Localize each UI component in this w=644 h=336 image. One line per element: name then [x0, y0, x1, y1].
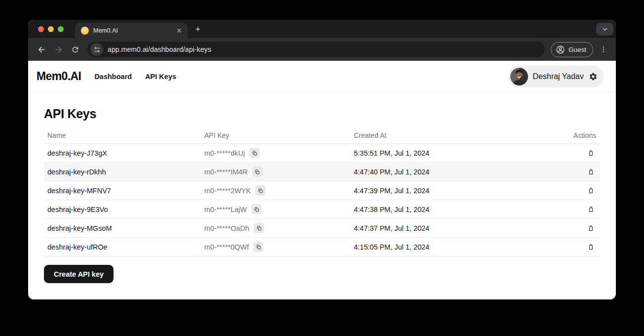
copy-icon[interactable]	[255, 185, 265, 196]
desktop-background: Mem0.AI	[0, 0, 644, 336]
mem0-logo[interactable]: Mem0.AI	[37, 70, 81, 83]
page-title: API Keys	[44, 107, 600, 121]
browser-toolbar: app.mem0.ai/dashboard/api-keys Guest	[28, 38, 616, 61]
key-name: deshraj-key-ufROe	[47, 243, 204, 251]
favicon-icon	[81, 27, 89, 35]
key-name: deshraj-key-MFNV7	[47, 187, 204, 195]
key-name: deshraj-key-MGsoM	[47, 224, 204, 232]
table-row: deshraj-key-9E3Vo m0-*****LajW 4:47:38 P…	[44, 200, 600, 219]
copy-icon[interactable]	[254, 223, 264, 233]
column-header-actions: Actions	[562, 131, 596, 139]
delete-trash-icon[interactable]	[585, 223, 596, 234]
created-at: 5:35:51 PM, Jul 1, 2024	[354, 149, 562, 157]
window-controls	[38, 20, 64, 38]
minimize-window-button[interactable]	[48, 26, 54, 32]
browser-menu-icon[interactable]	[597, 43, 610, 56]
tab-list-chevron-down-icon[interactable]	[596, 23, 613, 36]
key-name: deshraj-key-9E3Vo	[47, 206, 204, 213]
reload-icon[interactable]	[68, 42, 82, 57]
created-at: 4:47:38 PM, Jul 1, 2024	[354, 206, 562, 213]
column-header-created-at: Created At	[354, 131, 562, 139]
delete-trash-icon[interactable]	[585, 242, 596, 252]
key-name: deshraj-key-J73gX	[47, 149, 204, 157]
created-at: 4:47:40 PM, Jul 1, 2024	[354, 168, 562, 176]
created-at: 4:15:05 PM, Jul 1, 2024	[354, 243, 562, 251]
api-keys-section: API Keys Name API Key Created At Actions…	[28, 92, 616, 283]
table-row: deshraj-key-MGsoM m0-*****OaDh 4:47:37 P…	[44, 219, 600, 238]
tab-strip: Mem0.AI	[28, 20, 616, 38]
user-name: Deshraj Yadav	[533, 72, 584, 81]
fullscreen-window-button[interactable]	[58, 26, 64, 32]
masked-api-key: m0-*****IM4R	[204, 168, 248, 176]
back-icon[interactable]	[34, 42, 49, 57]
tab-title: Mem0.AI	[93, 27, 175, 34]
browser-tab[interactable]: Mem0.AI	[75, 23, 188, 38]
table-row: deshraj-key-J73gX m0-*****dkUj 5:35:51 P…	[44, 144, 600, 163]
close-window-button[interactable]	[38, 26, 44, 32]
copy-icon[interactable]	[249, 148, 260, 158]
created-at: 4:47:37 PM, Jul 1, 2024	[354, 224, 562, 232]
key-name: deshraj-key-rDkhh	[47, 168, 204, 176]
url-text: app.mem0.ai/dashboard/api-keys	[108, 45, 211, 53]
nav-item-dashboard[interactable]: Dashboard	[94, 73, 132, 81]
user-menu[interactable]: Deshraj Yadav	[508, 66, 604, 87]
person-icon	[556, 45, 565, 54]
site-settings-icon[interactable]	[90, 43, 103, 56]
avatar	[510, 68, 528, 85]
create-api-key-button[interactable]: Create API key	[44, 265, 114, 283]
nav-item-api-keys[interactable]: API Keys	[145, 73, 176, 81]
table-row: deshraj-key-rDkhh m0-*****IM4R 4:47:40 P…	[44, 163, 600, 181]
api-keys-table: Name API Key Created At Actions deshraj-…	[44, 127, 600, 256]
masked-api-key: m0-*****LajW	[204, 206, 247, 213]
delete-trash-icon[interactable]	[585, 148, 596, 159]
copy-icon[interactable]	[251, 204, 262, 214]
table-row: deshraj-key-MFNV7 m0-*****2WYK 4:47:39 P…	[44, 181, 600, 200]
masked-api-key: m0-*****2WYK	[204, 187, 251, 195]
table-row: deshraj-key-ufROe m0-*****0QWf 4:15:05 P…	[44, 238, 600, 256]
created-at: 4:47:39 PM, Jul 1, 2024	[354, 187, 562, 195]
copy-icon[interactable]	[252, 167, 263, 177]
new-tab-button[interactable]	[191, 23, 204, 36]
delete-trash-icon[interactable]	[585, 204, 596, 215]
browser-window: Mem0.AI	[28, 20, 616, 299]
guest-button[interactable]: Guest	[551, 42, 593, 57]
delete-trash-icon[interactable]	[585, 167, 596, 177]
masked-api-key: m0-*****0QWf	[204, 243, 249, 251]
column-header-api-key: API Key	[204, 131, 354, 139]
table-header-row: Name API Key Created At Actions	[44, 127, 600, 144]
delete-trash-icon[interactable]	[585, 185, 596, 196]
settings-gear-icon[interactable]	[589, 72, 598, 81]
main-nav: Dashboard API Keys	[94, 73, 176, 81]
forward-icon[interactable]	[51, 42, 66, 57]
site-header: Mem0.AI Dashboard API Keys	[28, 61, 616, 92]
page-content: Mem0.AI Dashboard API Keys	[28, 61, 616, 299]
column-header-name: Name	[47, 131, 204, 139]
url-bar[interactable]: app.mem0.ai/dashboard/api-keys	[87, 42, 545, 57]
masked-api-key: m0-*****OaDh	[204, 224, 249, 232]
masked-api-key: m0-*****dkUj	[204, 149, 245, 157]
copy-icon[interactable]	[253, 242, 264, 252]
guest-label: Guest	[568, 46, 586, 53]
close-tab-icon[interactable]	[175, 26, 184, 35]
